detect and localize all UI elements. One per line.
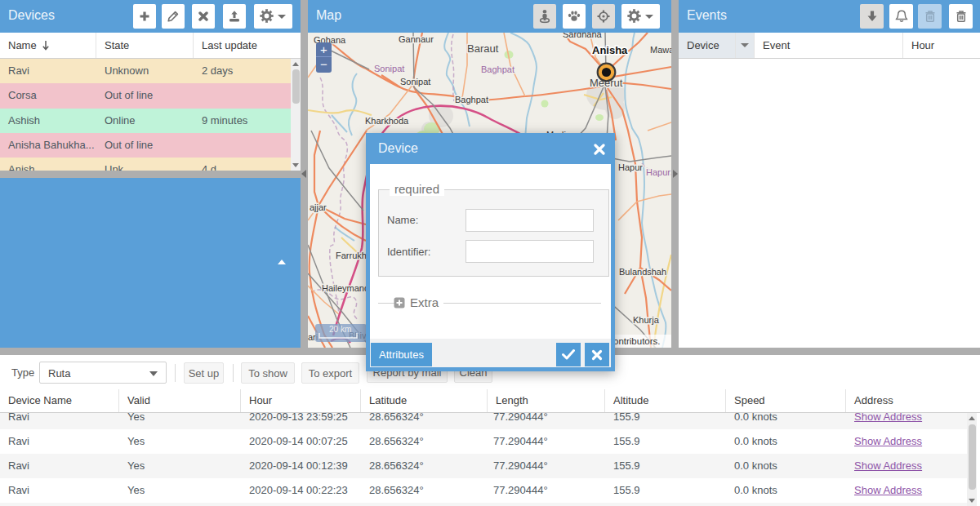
svg-text:Khurja: Khurja [633, 315, 660, 325]
svg-text:20 km: 20 km [329, 325, 351, 334]
svg-text:Bulandshah: Bulandshah [619, 267, 666, 277]
svg-text:Farrukh: Farrukh [336, 251, 367, 260]
svg-text:Hapur: Hapur [618, 162, 643, 172]
svg-text:Anisha: Anisha [592, 44, 628, 56]
svg-text:Sardhana: Sardhana [563, 33, 603, 39]
svg-text:Haileymandi: Haileymandi [322, 283, 372, 293]
svg-text:Sonipat: Sonipat [400, 77, 430, 87]
svg-text:ontributors.: ontributors. [613, 336, 661, 346]
svg-text:Baraut: Baraut [467, 42, 499, 55]
svg-text:Baghpat: Baghpat [455, 95, 488, 104]
svg-text:Gannaur: Gannaur [399, 34, 434, 44]
svg-text:Sonipat: Sonipat [374, 64, 404, 73]
svg-text:Baghpat: Baghpat [481, 64, 514, 74]
svg-text:ajjar: ajjar [310, 202, 327, 212]
svg-text:Kharkhoda: Kharkhoda [365, 116, 409, 126]
svg-text:Hapur: Hapur [646, 167, 670, 177]
svg-text:Mawa: Mawa [650, 45, 671, 55]
